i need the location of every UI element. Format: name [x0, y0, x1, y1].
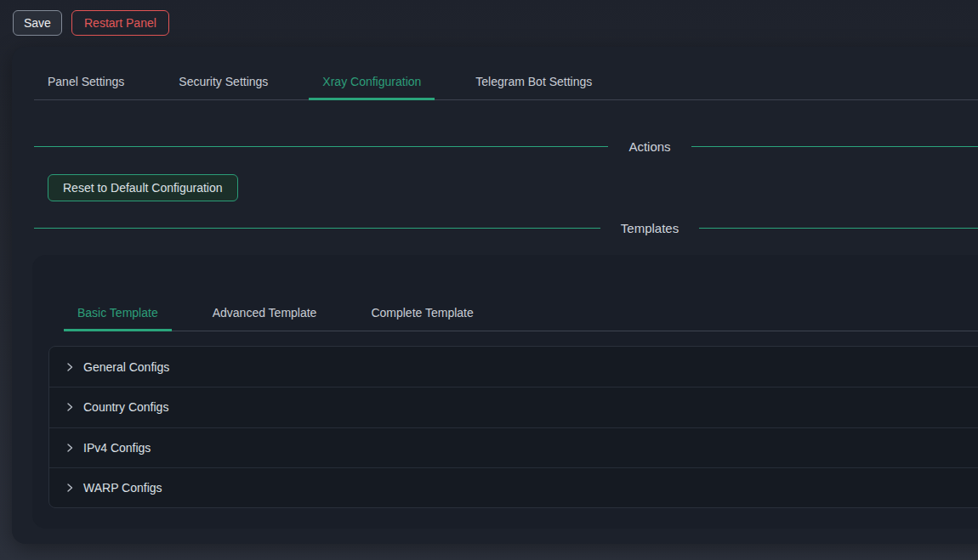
- settings-tabs: Panel Settings Security Settings Xray Co…: [34, 63, 978, 100]
- config-groups-collapse: General Configs Country Configs IPv4 Con…: [48, 346, 978, 508]
- tab-advanced-template[interactable]: Advanced Template: [199, 294, 331, 331]
- collapse-header-ipv4-configs[interactable]: IPv4 Configs: [49, 427, 978, 467]
- template-tabs: Basic Template Advanced Template Complet…: [64, 294, 978, 331]
- collapse-header-label: General Configs: [83, 360, 169, 374]
- actions-divider: Actions: [34, 138, 978, 156]
- chevron-right-icon: [65, 402, 75, 412]
- chevron-right-icon: [65, 443, 75, 453]
- tab-basic-template[interactable]: Basic Template: [64, 294, 172, 331]
- chevron-right-icon: [65, 483, 75, 493]
- collapse-header-general-configs[interactable]: General Configs: [49, 347, 978, 387]
- collapse-header-country-configs[interactable]: Country Configs: [49, 387, 978, 427]
- templates-divider-label: Templates: [600, 221, 699, 235]
- save-button[interactable]: Save: [13, 10, 62, 36]
- tab-telegram-bot-settings[interactable]: Telegram Bot Settings: [462, 63, 606, 100]
- collapse-header-label: Country Configs: [83, 400, 168, 414]
- reset-default-configuration-button[interactable]: Reset to Default Configuration: [48, 174, 238, 201]
- chevron-right-icon: [65, 362, 75, 372]
- collapse-header-label: IPv4 Configs: [83, 441, 151, 455]
- collapse-header-warp-configs[interactable]: WARP Configs: [49, 467, 978, 507]
- templates-divider: Templates: [34, 219, 978, 237]
- settings-card: Panel Settings Security Settings Xray Co…: [12, 47, 978, 544]
- tab-xray-configuration[interactable]: Xray Configuration: [309, 63, 435, 100]
- tab-panel-settings[interactable]: Panel Settings: [34, 63, 138, 100]
- restart-panel-button[interactable]: Restart Panel: [71, 10, 169, 36]
- actions-divider-label: Actions: [608, 139, 691, 154]
- tab-security-settings[interactable]: Security Settings: [165, 63, 281, 100]
- templates-card: Basic Template Advanced Template Complet…: [32, 255, 978, 529]
- collapse-header-label: WARP Configs: [83, 481, 162, 495]
- tab-complete-template[interactable]: Complete Template: [357, 294, 486, 331]
